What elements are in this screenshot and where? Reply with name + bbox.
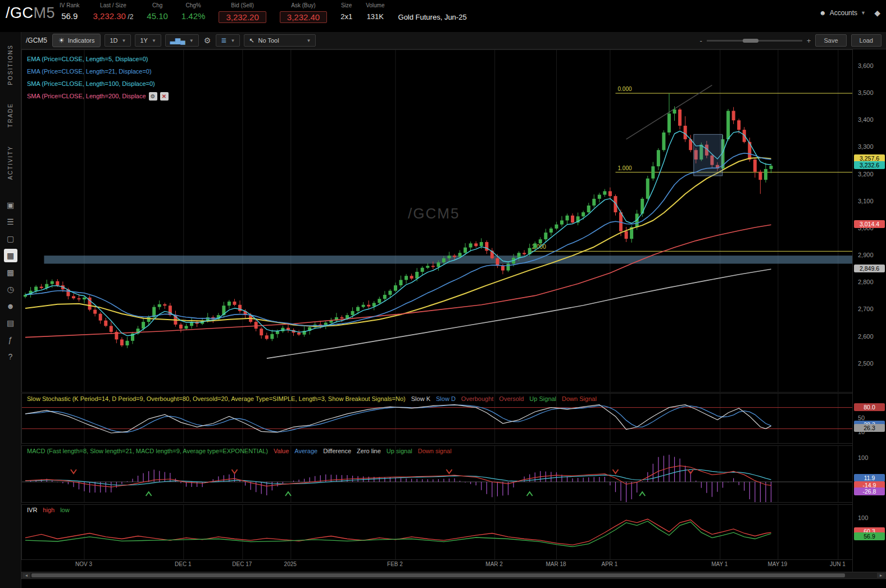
axis-tick-label: 3,600	[858, 62, 874, 69]
price-badge: 26.3	[854, 424, 885, 432]
symbol-root: /GC	[6, 4, 34, 21]
zoom-in-button[interactable]: +	[807, 37, 811, 45]
candle-body	[544, 233, 547, 239]
price-badge: 56.9	[854, 532, 885, 540]
study-legend-item[interactable]: low	[60, 507, 70, 513]
time-axis-label: 2025	[272, 561, 308, 567]
macd-chart[interactable]	[22, 446, 853, 502]
quote-field: Bid (Sell)3,232.20	[219, 2, 266, 23]
history-icon[interactable]: ◷	[4, 282, 17, 296]
candle-body	[405, 276, 408, 280]
indicators-button[interactable]: ☀ Indicators	[52, 34, 101, 47]
range-dropdown[interactable]: 1Y ▼	[135, 34, 161, 47]
macd-up-signal-icon	[146, 492, 152, 496]
study-legend-item[interactable]: Overbought	[461, 395, 493, 402]
tool-dropdown[interactable]: ↖ No Tool ▼	[244, 34, 316, 47]
study-legend-row[interactable]: EMA (Price=CLOSE, Length=21, Displace=0)	[27, 65, 169, 78]
ivr-panel[interactable]	[21, 504, 853, 560]
ivr-high-line	[25, 519, 771, 545]
chevron-down-icon: ▼	[861, 10, 866, 16]
macd-up-signal-icon	[639, 492, 645, 496]
save-button[interactable]: Save	[815, 34, 846, 47]
study-legend-row[interactable]: SMA (Price=CLOSE, Length=100, Displace=0…	[27, 78, 169, 90]
accounts-label: Accounts	[830, 9, 857, 17]
timeframe-dropdown[interactable]: 1D ▼	[104, 34, 131, 47]
calendar-icon[interactable]: ▤	[4, 316, 17, 330]
scroll-right-arrow-icon[interactable]: ▸	[877, 573, 885, 578]
sidebar-tab-positions[interactable]: POSITIONS	[7, 40, 13, 89]
watchlist-icon[interactable]: ☰	[4, 215, 17, 229]
drawing-set-dropdown[interactable]: ≣ ▼	[216, 34, 240, 47]
zoom-slider[interactable]	[707, 40, 802, 42]
study-legend-item[interactable]: Slow K	[411, 395, 430, 402]
study-gear-icon[interactable]: ⚙	[149, 92, 157, 101]
education-icon[interactable]: ◆	[874, 8, 880, 17]
study-legend-item[interactable]: Slow D	[436, 395, 456, 402]
study-legend-item[interactable]: Value	[274, 448, 289, 454]
candle-body	[426, 266, 429, 267]
candle-body	[625, 231, 628, 239]
candle-body	[614, 196, 617, 212]
accounts-dropdown[interactable]: ☻ Accounts ▼	[819, 9, 866, 17]
candle-body	[581, 212, 585, 216]
quote-header: /GCM5 IV Rank56.9Last / Size3,232.30 /2C…	[0, 0, 886, 32]
macd-down-signal-icon	[446, 470, 452, 473]
help-icon[interactable]: ?	[4, 350, 17, 363]
zoom-out-button[interactable]: -	[700, 37, 702, 45]
chart-type-dropdown[interactable]: ▃▆▄ ▼	[165, 34, 199, 47]
axis-tick-label: 3,400	[858, 116, 874, 123]
study-legend-row[interactable]: EMA (Price=CLOSE, Length=5, Displace=0)	[27, 53, 169, 65]
zoom-slider-thumb[interactable]	[743, 39, 758, 43]
study-legend-item[interactable]: Up signal	[387, 448, 412, 454]
candle-body	[56, 281, 59, 285]
study-remove-icon[interactable]: ✕	[160, 92, 169, 101]
macd-study-label[interactable]: MACD (Fast length=8, Slow length=21, MAC…	[27, 448, 452, 454]
candle-body	[651, 166, 655, 179]
study-legend-row[interactable]: SMA (Price=CLOSE, Length=200, Displace⚙✕	[27, 90, 169, 102]
candle-body	[458, 253, 462, 257]
quote-field-value: 2x1	[340, 12, 352, 21]
study-legend-item[interactable]: Down Signal	[562, 395, 597, 402]
chart-settings-gear-icon[interactable]: ⚙	[203, 36, 212, 45]
candle-body	[667, 113, 671, 133]
study-legend-item[interactable]: Up Signal	[529, 395, 556, 402]
ivr-study-label[interactable]: IVRhighlow	[27, 507, 70, 513]
candle-body	[587, 206, 590, 212]
study-legend-item[interactable]: Difference	[323, 448, 351, 454]
axis-tick-label: 2,800	[858, 279, 874, 285]
macd-up-signal-icon	[527, 492, 533, 496]
candle-body	[362, 305, 365, 307]
study-legend-item[interactable]: Average	[294, 448, 317, 454]
sidebar-tab-trade[interactable]: TRADE	[7, 98, 13, 132]
grid-icon[interactable]: ▩	[4, 266, 17, 279]
candle-body	[83, 298, 86, 299]
candle-body	[431, 266, 435, 267]
futures-icon[interactable]: ƒ	[4, 333, 17, 347]
candle-body	[415, 272, 419, 279]
time-axis-label: DEC 17	[224, 561, 260, 567]
candle-body	[399, 280, 403, 285]
follow-traders-icon[interactable]: ☻	[4, 299, 17, 313]
chart-icon[interactable]: ▦	[4, 249, 17, 262]
study-legend-item[interactable]: high	[43, 507, 54, 513]
study-legend-item[interactable]: Zero line	[357, 448, 381, 454]
axis-tick-label: 2,500	[858, 360, 874, 367]
sidebar-tab-activity[interactable]: ACTIVITY	[7, 141, 13, 184]
monitor-icon[interactable]: ▣	[4, 198, 17, 212]
study-legend-item[interactable]: Oversold	[499, 395, 524, 402]
scrollbar-thumb[interactable]	[31, 573, 845, 577]
scroll-left-arrow-icon[interactable]: ◂	[22, 573, 30, 578]
study-legend-item[interactable]: Down signal	[418, 448, 452, 454]
stoch-study-label[interactable]: Slow Stochastic (K Period=14, D Period=9…	[27, 395, 597, 402]
macd-down-signal-icon	[231, 470, 237, 473]
candle-body	[281, 328, 284, 331]
orders-icon[interactable]: ▢	[4, 232, 17, 245]
chart-scrollbar[interactable]: ◂ ▸	[21, 572, 886, 579]
candle-body	[437, 262, 440, 267]
load-button[interactable]: Load	[851, 34, 882, 47]
study-legend-text: EMA (Price=CLOSE, Length=21, Displace=0)	[27, 68, 152, 75]
candle-body	[662, 133, 665, 150]
price-axis[interactable]: 3,6003,5003,4003,3003,2003,1003,0002,900…	[852, 49, 886, 579]
timeframe-value: 1D	[110, 37, 117, 44]
ivr-chart[interactable]	[22, 505, 853, 559]
